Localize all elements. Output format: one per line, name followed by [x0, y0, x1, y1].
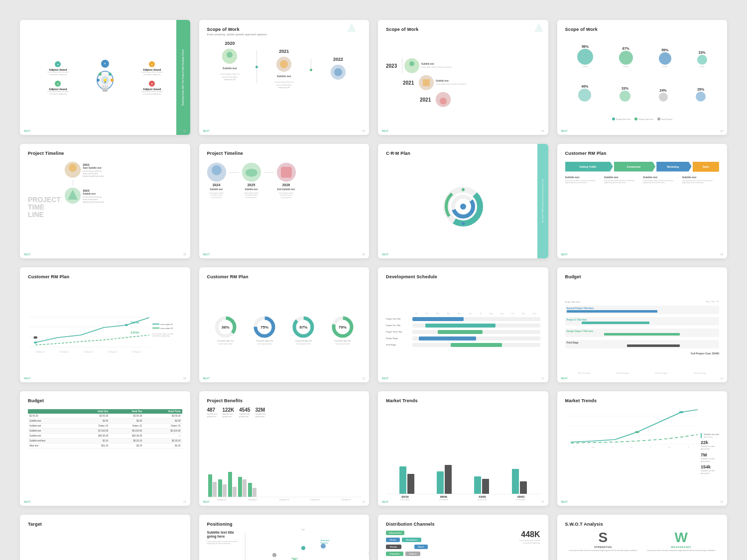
slide-number: 04	[720, 129, 723, 132]
idea-item-4: A Adipisci Aeuod Lorem ipsum dolor sit a…	[122, 80, 182, 96]
slide-scope3[interactable]: Scope of Work 56% Lorem 67% Lorem 59% Lo…	[557, 20, 728, 135]
slide-budget2[interactable]: Budget Head One Head Two Head Three $2.5…	[20, 391, 190, 506]
slide-scope2[interactable]: Scope of Work 2023 Subtitle text Lorem i…	[378, 20, 548, 135]
budget-table-wrap: Head One Head Two Head Three $2.50.30$2.…	[28, 407, 182, 501]
year-2021: 2021	[279, 49, 289, 54]
table-row: Subtitle text/text$2.10$5.20.10$5.20.10	[28, 438, 182, 443]
svg-point-9	[109, 73, 112, 76]
timeline-item-2025: 2025 Subtitle text Lorem ipsum dolorsit …	[242, 163, 261, 199]
positioning-chart: High Low High AnalogueProduct Market ✈ Y…	[245, 533, 362, 560]
logo: NEXT	[203, 129, 210, 132]
slide-projbenefits[interactable]: Project Benefits 487 Subtitle textgoing …	[199, 391, 370, 506]
idea-item-2: A Adipisci Aeuod Lorem ipsum dolor sit a…	[28, 80, 88, 96]
svg-point-51	[125, 324, 128, 326]
bubble-item: 67% Lorem	[619, 47, 633, 68]
logo: NEXT	[561, 377, 568, 380]
timeline-right: 2022 Start Subtitle text Lorem ipsum dol…	[65, 162, 182, 254]
slide-ptimeline1[interactable]: Project Timeline PROJECT TIME LINE 2022 …	[20, 144, 190, 259]
bar-chart	[207, 470, 362, 497]
line-chart-legend: Lorem plan 01 Lorem plan 02 Lorem ipsum …	[152, 323, 182, 337]
slide-title: Customer RM Plan	[565, 151, 720, 156]
market-bar-chart	[386, 462, 540, 494]
slide-number: 15	[541, 500, 544, 503]
slide-ptimeline2[interactable]: Project Timeline 2024 Subtitle text Lore…	[199, 144, 370, 259]
slide-devschedule[interactable]: Development Schedule JanFebMarAprMayJunJ…	[378, 267, 548, 382]
slide-title: Project Timeline	[28, 151, 182, 156]
slide-number: 05	[183, 253, 186, 256]
dist-channels: Channel One Online Distribution Retailer…	[386, 531, 508, 556]
svg-point-54	[33, 336, 38, 339]
svg-point-8	[99, 73, 102, 76]
svg-point-33	[246, 169, 257, 177]
table-row: Subtitle textDates: 01Dates: 01Dates: 01	[28, 423, 182, 428]
slide-number: 13	[183, 500, 186, 503]
slide-title: Scope of Work	[565, 27, 720, 32]
funnel-step-4: Sales	[693, 162, 719, 172]
budget-gantt: Project Title Here Aug ~ Sep ~ Oct Secon…	[565, 283, 720, 372]
svg-point-44	[462, 222, 465, 225]
slide-title: Project Benefits	[207, 398, 362, 403]
logo: NEXT	[561, 500, 568, 503]
slide-title: Development Schedule	[386, 274, 540, 279]
slide-target[interactable]: Target Category 1Category 2Category 3	[20, 515, 190, 560]
slide-distchannels[interactable]: Distribution Channels Channel One Online…	[378, 515, 548, 560]
svg-point-14	[227, 52, 233, 58]
slide-title: Market Trends	[565, 398, 720, 403]
slide-scope1[interactable]: Scope of Work Every amazing, quietly spe…	[199, 20, 370, 135]
funnel-step-3: Marketing	[656, 162, 691, 172]
slide-number: 03	[541, 129, 544, 132]
svg-point-43	[479, 205, 482, 208]
gantt-row: Final Stage	[386, 343, 540, 347]
slide-positioning[interactable]: Positioning Subtitle text title going he…	[199, 515, 370, 560]
slide-crm3[interactable]: Customer RM Plan 39% 10% Ca	[20, 267, 190, 382]
dist-stat: 448K Lorem ipsum dolor sit amet consecte…	[510, 531, 540, 544]
target-chart: Category 1Category 2Category 3	[28, 554, 135, 560]
slide-crm4[interactable]: Customer RM Plan 36% Customer gain 1st L…	[199, 267, 370, 382]
logo: NEXT	[24, 377, 30, 380]
svg-point-45	[445, 205, 448, 208]
bubble-item: 59% Lorem	[659, 48, 671, 68]
svg-marker-12	[347, 23, 356, 32]
slide-budget1[interactable]: Budget Project Title Here Aug ~ Sep ~ Oc…	[557, 267, 728, 382]
svg-point-16	[280, 60, 288, 68]
slide-swot[interactable]: S.W.O.T Analysis S STRENGTHS Lorem ipsum…	[557, 515, 728, 560]
slide-mkttrends1[interactable]: Market Trends	[378, 391, 548, 506]
slide-title: Positioning	[207, 522, 362, 527]
timeline-item-2024: 2024 Subtitle text Lorem ipsum dolorsit …	[207, 163, 226, 199]
slide-title: S.W.O.T Analysis	[565, 522, 720, 527]
table-row: Subtitle text$30.30.00$02.30.00—	[28, 433, 182, 438]
crm-desc-2: Subtitle text Lorem ipsum dolor sit amet…	[604, 176, 641, 184]
slide-number: 14	[362, 500, 365, 503]
slide-ideas[interactable]: A Adipisci Aeuod Lorem ipsum dolor sit a…	[20, 20, 190, 135]
idea-item-1: A Adipisci Aeuod Lorem ipsum dolor sit a…	[28, 60, 88, 77]
svg-rect-2	[103, 90, 108, 92]
table-row: Subtitle text$2.65$2.60$2.60	[28, 418, 182, 423]
slide-title: Target	[28, 522, 182, 527]
swot-grid: S STRENGTHS Lorem ipsum dolor sit amet c…	[565, 531, 720, 560]
swot-strengths: S STRENGTHS Lorem ipsum dolor sit amet c…	[565, 531, 641, 560]
slide-crm1[interactable]: C·R·M Plan Text Here: CRM Content	[378, 144, 548, 259]
bubble-item: 29%	[696, 88, 706, 102]
ideas-content: A Adipisci Aeuod Lorem ipsum dolor sit a…	[28, 27, 182, 130]
crm-desc-1: Subtitle text Lorem ipsum dolor sit amet…	[565, 176, 602, 184]
svg-point-25	[440, 98, 447, 105]
gantt-chart: JanFebMarAprMayJunJulAugSepOctNovDec Pro…	[386, 283, 540, 377]
year-2022: 2022	[333, 57, 343, 62]
swot-weaknesses: W WEAKNESSES Lorem ipsum dolor sit amet …	[643, 531, 719, 560]
slide-number: 08	[720, 253, 723, 256]
svg-point-18	[334, 68, 342, 76]
svg-text:💡: 💡	[103, 78, 108, 83]
donut-87: 87% Customer gain 3rd Lorem ipsum dolor	[292, 316, 315, 345]
slide-mkttrends2[interactable]: Market Trends 00.511.522.53	[557, 391, 728, 506]
big-title: PROJECT TIME LINE	[28, 196, 61, 219]
svg-point-50	[34, 341, 37, 343]
svg-text:10%: 10%	[130, 331, 139, 334]
slide-title: Customer RM Plan	[207, 274, 362, 279]
timeline-content: PROJECT TIME LINE 2022 Start Subtitle te…	[28, 162, 182, 254]
line-chart-area: 39% 10% Category 1Category 2Category 3Ca…	[28, 308, 149, 353]
slide-number: 07	[541, 253, 544, 256]
market-line-chart: 00.511.522.53	[565, 407, 698, 501]
slide-title: Scope of Work	[386, 27, 540, 32]
year-2020: 2020	[225, 41, 235, 46]
slide-crm2[interactable]: Customer RM Plan Getting Traffic Convers…	[557, 144, 728, 259]
